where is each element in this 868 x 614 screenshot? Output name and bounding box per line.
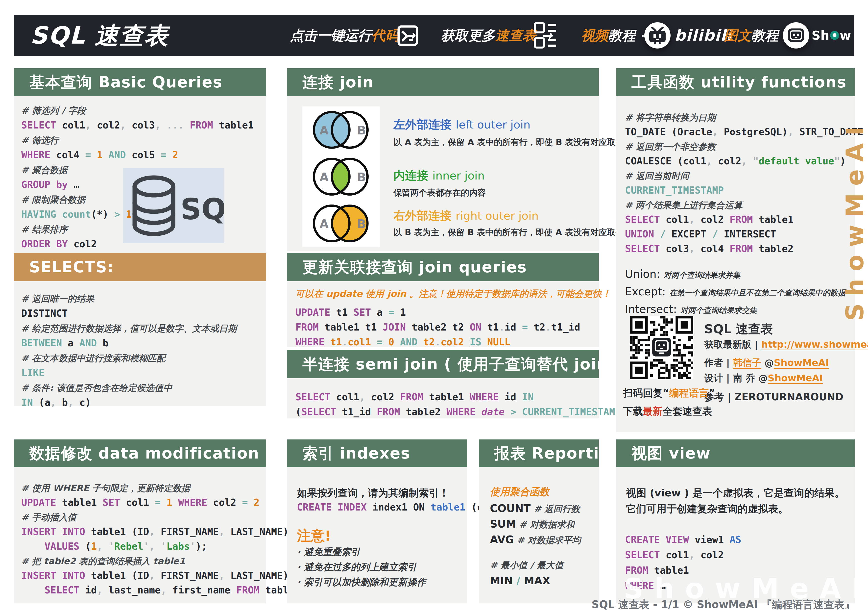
set-operation-definitions: Union: 对两个查询结果求并集 Except: 在第一个查询结果中且不在第二… <box>625 266 845 319</box>
bilibili-brand-text: bilibili <box>674 15 732 56</box>
indexes-intro: 如果按列查询，请为其编制索引！ <box>297 485 449 501</box>
panel-title: 数据修改 data modification <box>14 440 266 467</box>
panel-title: 视图 view <box>616 440 855 467</box>
reporting-rows: COUNT # 返回行数 SUM # 对数据求和 AVG # 对数据求平均 <box>490 501 581 548</box>
bilibili-icon[interactable] <box>644 22 671 48</box>
reporting-minmax: MIN / MAX <box>490 575 550 587</box>
join-row-title-right-outer: 右外部连接 right outer join <box>394 208 539 224</box>
code-block-join-queries: UPDATE t1 SET a = 1FROM table1 t1 JOIN t… <box>295 305 580 350</box>
showmeai-website-link[interactable]: http://www.showmeai.tech/ <box>761 339 868 350</box>
join-row-desc-right-outer: 以 B 表为主，保留 B 表中的所有行，即使 A 表没有对应取值 <box>394 227 624 238</box>
code-block-indexes: CREATE INDEX index1 ON table1 (col1) <box>297 500 506 515</box>
showmeai-link[interactable]: ShowMeAI <box>768 373 823 384</box>
code-block-utility: # 将字符串转换为日期TO_DATE (Oracle, PostgreSQL),… <box>625 110 868 256</box>
showmeai-o-dot-icon <box>830 31 839 40</box>
code-block-selects: # 返回唯一的结果DISTINCT# 给定范围进行数据选择，值可以是数字、文本或… <box>21 291 237 410</box>
run-code-link[interactable]: 点击一键运行代码 → <box>290 15 415 56</box>
join-queries-note: 可以在 update 使用 join 。注意！使用特定于数据库的语法，可能会更快… <box>295 288 611 300</box>
panel-title: 更新关联接查询 join queries <box>287 253 599 281</box>
panel-title: SELECTS: <box>14 253 266 281</box>
panel-reporting: 报表 Reporting 使用聚合函数 COUNT # 返回行数 SUM # 对… <box>479 440 599 603</box>
reporting-row: AVG # 对数据求平均 <box>490 532 581 548</box>
panel-join: 连接 join A B A B <box>287 68 599 251</box>
bullet-item: · 避免在过多的列上建立索引 <box>297 560 426 575</box>
indexes-warning-title: 注意! <box>297 527 331 546</box>
code-block-data-modification: # 使用 WHERE 子句限定，更新特定数据UPDATE table1 SET … <box>21 480 300 597</box>
reporting-note: 使用聚合函数 <box>490 485 549 499</box>
svg-text:B: B <box>357 217 366 231</box>
showmeai-link[interactable]: ShowMeAI <box>774 357 829 368</box>
panel-title: 索引 indexes <box>287 440 467 467</box>
panel-join-queries: 更新关联接查询 join queries 可以在 update 使用 join … <box>287 253 599 347</box>
code-block-basic: # 筛选列 / 字段SELECT col1, col2, col3, ... F… <box>21 103 254 252</box>
svg-text:A: A <box>319 217 329 231</box>
watermark-side: ShowMeAI <box>841 68 868 321</box>
panel-indexes: 索引 indexes 如果按列查询，请为其编制索引！ CREATE INDEX … <box>287 440 467 603</box>
qr-author-line: 作者 | 韩信子 @ShowMeAI <box>704 356 829 369</box>
reporting-minmax-comment: # 最小值 / 最大值 <box>490 559 563 571</box>
code-block-semi-join: SELECT col1, col2 FROM table1 WHERE id I… <box>295 390 626 420</box>
svg-text:B: B <box>357 124 366 137</box>
reporting-row: SUM # 对数据求和 <box>490 516 581 532</box>
panel-title: 连接 join <box>287 68 599 96</box>
definition-item: Union: 对两个查询结果求并集 <box>625 266 845 284</box>
panel-title: 半连接 semi join ( 使用子查询替代 join) <box>287 350 599 378</box>
bullet-item: · 索引可以加快删除和更新操作 <box>297 575 426 590</box>
view-intro: 视图 (view ) 是一个虚拟表，它是查询的结果。它们可用于创建复杂查询的虚拟… <box>626 485 846 517</box>
venn-diagrams-card: A B A B A B <box>302 106 380 247</box>
panel-basic-queries: 基本查询 Basic Queries SQL # 筛选列 / 字段SELECT … <box>14 68 266 253</box>
showmeai-logo-icon[interactable] <box>783 22 809 48</box>
panel-data-modification: 数据修改 data modification # 使用 WHERE 子句限定，更… <box>14 440 266 603</box>
join-row-desc-left-outer: 以 A 表为主，保留 A 表中的所有行，即使 B 表没有对应取值 <box>394 137 624 148</box>
qr-reference-line: 参考 | ZEROTURNAROUND <box>704 390 843 404</box>
panel-title: 工具函数 utility functions <box>616 68 855 96</box>
bullet-item: · 避免重叠索引 <box>297 544 426 560</box>
qr-code <box>630 316 693 379</box>
qr-design-line: 设计 | 南 乔 @ShowMeAI <box>704 372 823 384</box>
qr-scan-caption: 扫码回复“编程语言” <box>623 386 705 400</box>
page-title: SQL 速查表 <box>30 15 169 56</box>
svg-text:B: B <box>357 170 366 184</box>
qr-latest-line: 获取最新版 | http://www.showmeai.tech/ <box>704 338 868 351</box>
author-link[interactable]: 韩信子 <box>733 357 761 368</box>
qr-card-title: SQL 速查表 <box>704 321 773 337</box>
showmeai-brand-text: Shw Me AI <box>812 15 868 56</box>
join-row-desc-inner: 保留两个表都存在的内容 <box>394 187 486 199</box>
join-row-title-left-outer: 左外部连接 left outer join <box>394 117 530 132</box>
panel-selects: SELECTS: # 返回唯一的结果DISTINCT# 给定范围进行数据选择，值… <box>14 253 266 406</box>
cheatsheet-list-icon[interactable] <box>533 22 557 50</box>
panel-semi-join: 半连接 semi join ( 使用子查询替代 join) SELECT col… <box>287 350 599 418</box>
panel-title: 报表 Reporting <box>479 440 599 467</box>
venn-inner-join: A B <box>304 154 378 199</box>
page: SQL 速查表 点击一键运行代码 → 获取更多速查表 → 视频教程 → <box>0 0 868 614</box>
terminal-icon[interactable] <box>397 25 418 47</box>
svg-text:A: A <box>319 170 329 184</box>
qr-download-caption: 下载最新全套速查表 <box>623 404 705 418</box>
reporting-row: COUNT # 返回行数 <box>490 501 581 516</box>
venn-left-outer-join: A B <box>304 107 378 152</box>
watermark-bottom: ShowMeAI <box>623 572 868 605</box>
panel-title: 基本查询 Basic Queries <box>14 68 266 96</box>
svg-text:A: A <box>319 124 329 137</box>
video-tutorial-link[interactable]: 视频教程 → <box>581 15 651 56</box>
header-bar: SQL 速查表 点击一键运行代码 → 获取更多速查表 → 视频教程 → <box>14 15 854 56</box>
join-row-title-inner: 内连接 inner join <box>394 168 485 183</box>
indexes-bullets: · 避免重叠索引 · 避免在过多的列上建立索引 · 索引可以加快删除和更新操作 <box>297 544 426 590</box>
venn-right-outer-join: A B <box>304 201 378 246</box>
panel-utility-functions: 工具函数 utility functions # 将字符串转换为日期TO_DAT… <box>616 68 855 432</box>
definition-item: Except: 在第一个查询结果中且不在第二个查询结果中的数据 <box>625 284 845 302</box>
